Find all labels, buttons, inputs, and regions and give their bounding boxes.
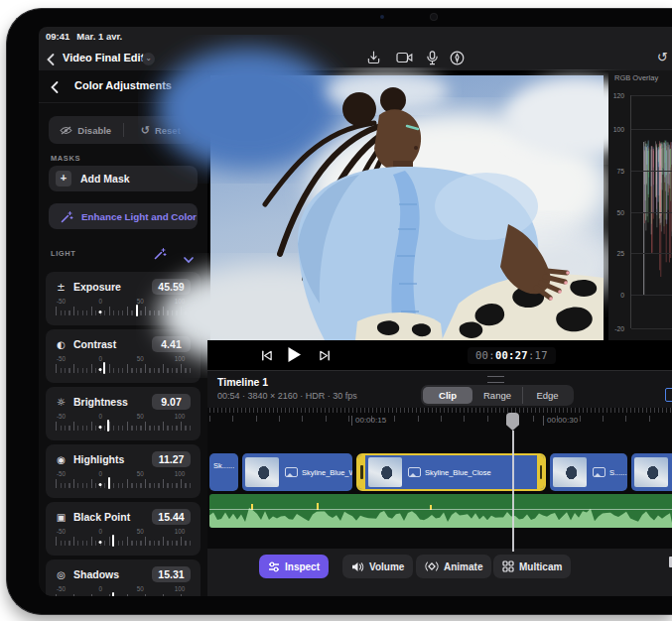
enhance-light-color-button[interactable]: Enhance Light and Color — [49, 203, 198, 229]
ruler-label: 50 — [137, 413, 144, 420]
multicam-button[interactable]: Multicam — [493, 555, 571, 578]
timecode-display[interactable]: 00:00:27:17 — [468, 347, 556, 364]
highlights-icon: ◉ — [56, 454, 67, 465]
photo-icon — [285, 467, 298, 477]
ruler-label: 0 — [99, 298, 103, 305]
timeline-name[interactable]: Timeline 1 — [217, 376, 268, 388]
scope-gridline — [631, 328, 672, 329]
trim-handle[interactable] — [540, 465, 543, 479]
ruler-timestamp: 00:00:30 — [547, 416, 578, 425]
inspect-sliders-icon — [268, 561, 280, 572]
scope-tick-label: 0 — [620, 292, 624, 299]
play-button[interactable] — [287, 346, 302, 367]
timeline-clip[interactable]: S...... — [550, 453, 627, 491]
slider-value[interactable]: 9.07 — [152, 394, 191, 410]
reset-icon: ↺ — [141, 125, 150, 135]
timeline-clip[interactable]: Skyline_Blue_Wide — [242, 453, 352, 491]
exposure-icon: ± — [56, 282, 67, 293]
audio-gain-line[interactable] — [209, 509, 672, 510]
export-icon[interactable] — [366, 51, 382, 65]
volume-button[interactable]: Volume — [342, 555, 413, 578]
slider-value[interactable]: 15.44 — [152, 509, 191, 525]
title-dropdown-chevron-icon[interactable]: ⌄ — [142, 53, 155, 65]
audio-track[interactable] — [209, 494, 672, 528]
slider-label: Shadows — [73, 568, 145, 580]
ruler-label: -50 — [57, 298, 66, 305]
timeline-drag-handle[interactable] — [487, 376, 504, 383]
scope-tick-label: -20 — [614, 325, 624, 332]
slider-label: Exposure — [73, 281, 145, 293]
scope-tick-label: 50 — [616, 208, 624, 215]
viewer-video-frame[interactable] — [210, 75, 604, 340]
microphone-icon[interactable] — [426, 51, 442, 65]
timeline-clip[interactable] — [631, 453, 672, 491]
slider-label: Highlights — [73, 453, 145, 465]
pencil-circle-icon[interactable] — [450, 51, 466, 65]
slider-shadows[interactable]: ◎Shadows15.31 -50050100 — [46, 559, 201, 596]
next-frame-button[interactable] — [319, 348, 332, 366]
slider-label: Brightness — [73, 396, 145, 408]
animate-button[interactable]: Animate — [416, 555, 491, 578]
trim-handle[interactable] — [360, 465, 363, 479]
light-collapse-chevron-icon[interactable] — [184, 249, 194, 267]
ruler-label: 50 — [137, 470, 144, 477]
clip-label: S...... — [609, 468, 627, 477]
slider-black-point[interactable]: ▣Black Point15.44 -50050100 — [46, 502, 201, 556]
shadows-icon: ◎ — [56, 569, 67, 580]
slider-brightness[interactable]: ☼Brightness9.07 -50050100 — [46, 387, 201, 440]
ruler-label: -50 — [57, 355, 66, 362]
status-date: Mar. 1 avr. — [76, 31, 122, 42]
enhance-label: Enhance Light and Color — [81, 211, 197, 222]
inspect-button[interactable]: Inspect — [259, 555, 329, 578]
slider-highlights[interactable]: ◉Highlights11.27 -50050100 — [46, 444, 201, 498]
timeline-clip[interactable]: Skyline_Blue_Close — [356, 453, 546, 491]
button-label: Inspect — [285, 561, 320, 572]
timeline-body[interactable]: 00:00:15 00:00:30 Sk......Skyline_Blue_W… — [207, 408, 672, 549]
masks-section-label: MASKS — [51, 154, 80, 163]
slider-value[interactable]: 11.27 — [152, 451, 191, 467]
scope-gridline — [631, 171, 672, 172]
black-point-icon: ▣ — [56, 512, 67, 523]
timeline-header: Timeline 1 00:54 · 3840 × 2160 · HDR · 3… — [207, 370, 672, 408]
slider-ruler[interactable]: -50050100 — [56, 528, 191, 552]
disable-button[interactable]: Disable — [49, 125, 123, 136]
mode-edge[interactable]: Edge — [522, 387, 572, 404]
scope-title: RGB Overlay — [614, 73, 658, 82]
clip-label: Sk...... — [213, 461, 234, 470]
previous-frame-button[interactable] — [260, 348, 273, 366]
playhead-line[interactable] — [512, 431, 514, 552]
contrast-icon: ◐ — [56, 339, 67, 350]
ruler-fine-ticks — [209, 408, 672, 413]
scope-tick-label: 120 — [613, 92, 624, 99]
clip-thumbnail — [368, 457, 402, 487]
undo-icon[interactable]: ↺ — [657, 50, 668, 65]
photo-icon — [593, 467, 605, 477]
slider-ruler[interactable]: -50050100 — [56, 470, 191, 494]
button-label: Animate — [444, 561, 482, 572]
slider-ruler[interactable]: -50050100 — [56, 413, 191, 436]
back-chevron-icon[interactable] — [47, 52, 55, 69]
ruler-label: 50 — [137, 528, 144, 535]
slider-ruler[interactable]: -50050100 — [56, 585, 191, 596]
slider-ruler[interactable]: -50050100 — [56, 355, 191, 379]
add-mask-label: Add Mask — [80, 173, 130, 185]
edit-mode-segmented-control: Clip Range Edge — [421, 385, 574, 406]
project-title[interactable]: Video Final Edit — [63, 52, 144, 63]
timecode-frames: :17 — [528, 349, 548, 361]
light-auto-wand-icon[interactable] — [154, 246, 167, 264]
camera-icon[interactable] — [396, 51, 412, 65]
status-time: 09:41 — [46, 31, 69, 42]
ruler-label: 0 — [99, 528, 103, 535]
clip-thumbnail — [245, 457, 279, 487]
mode-range[interactable]: Range — [472, 387, 522, 404]
add-mask-button[interactable]: + Add Mask — [49, 166, 198, 191]
button-label: Multicam — [519, 561, 562, 572]
timeline-clip[interactable]: Sk...... — [209, 453, 238, 491]
clipped-button-fragment — [665, 388, 672, 402]
ruler-label: 100 — [175, 413, 186, 420]
mode-clip[interactable]: Clip — [423, 387, 472, 404]
timecode-hours: 00: — [475, 349, 495, 361]
slider-value[interactable]: 15.31 — [152, 566, 191, 582]
timeline-info: 00:54 · 3840 × 2160 · HDR · 30 fps — [217, 391, 357, 401]
ruler-label: 50 — [137, 355, 144, 362]
